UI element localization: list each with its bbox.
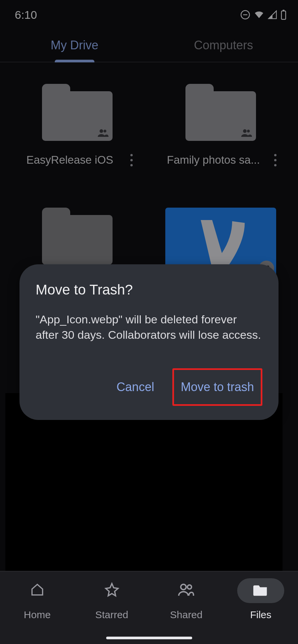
- cancel-button[interactable]: Cancel: [115, 377, 156, 397]
- confirm-highlight: Move to trash: [172, 368, 262, 406]
- svg-rect-2: [282, 11, 286, 19]
- nav-label: Shared: [170, 609, 203, 621]
- folder-icon: [185, 84, 256, 141]
- battery-icon: [281, 10, 287, 20]
- dialog-body: "App_Icon.webp" will be deleted forever …: [36, 312, 262, 343]
- more-button[interactable]: [268, 154, 283, 166]
- svg-point-10: [181, 584, 186, 590]
- tab-my-drive[interactable]: My Drive: [0, 29, 149, 62]
- home-icon: [30, 583, 44, 599]
- status-bar: 6:10: [0, 0, 298, 25]
- nav-starred[interactable]: Starred: [75, 578, 149, 644]
- do-not-disturb-icon: [240, 10, 250, 20]
- svg-rect-3: [283, 10, 285, 11]
- svg-point-5: [103, 129, 107, 132]
- bottom-nav: Home Starred Shared Files: [0, 571, 298, 644]
- svg-point-6: [243, 129, 247, 133]
- file-name: EasyRelease iOS: [15, 153, 124, 167]
- gesture-bar[interactable]: [106, 637, 192, 639]
- status-icons: [240, 10, 287, 20]
- dialog-title: Move to Trash?: [36, 282, 262, 298]
- nav-label: Starred: [95, 609, 128, 621]
- nav-home[interactable]: Home: [0, 578, 75, 644]
- tab-computers[interactable]: Computers: [149, 29, 298, 62]
- svg-point-7: [247, 129, 250, 132]
- more-button[interactable]: [124, 154, 139, 166]
- drive-tabs: My Drive Computers: [0, 29, 298, 62]
- shared-icon: [241, 129, 252, 138]
- people-icon: [178, 583, 194, 599]
- wifi-icon: [254, 10, 264, 20]
- signal-icon: [268, 10, 277, 19]
- svg-point-11: [187, 585, 191, 589]
- move-to-trash-button[interactable]: Move to trash: [179, 377, 256, 397]
- file-grid: EasyRelease iOS Family photos sa...: [0, 62, 298, 281]
- file-item[interactable]: EasyRelease iOS: [15, 84, 139, 167]
- nav-files[interactable]: Files: [223, 578, 298, 644]
- nav-label: Home: [24, 609, 51, 621]
- folder-icon: [42, 84, 113, 141]
- star-icon: [104, 582, 119, 599]
- file-name: Family photos sa...: [159, 153, 268, 167]
- folder-icon: [42, 208, 113, 265]
- shared-icon: [98, 129, 109, 138]
- folder-icon: [253, 583, 268, 598]
- move-to-trash-dialog: Move to Trash? "App_Icon.webp" will be d…: [19, 264, 279, 420]
- file-item[interactable]: Family photos sa...: [159, 84, 283, 167]
- clock: 6:10: [15, 8, 37, 21]
- nav-label: Files: [250, 609, 271, 621]
- venmo-v-icon: [190, 214, 251, 271]
- svg-point-4: [99, 129, 103, 133]
- nav-shared[interactable]: Shared: [149, 578, 224, 644]
